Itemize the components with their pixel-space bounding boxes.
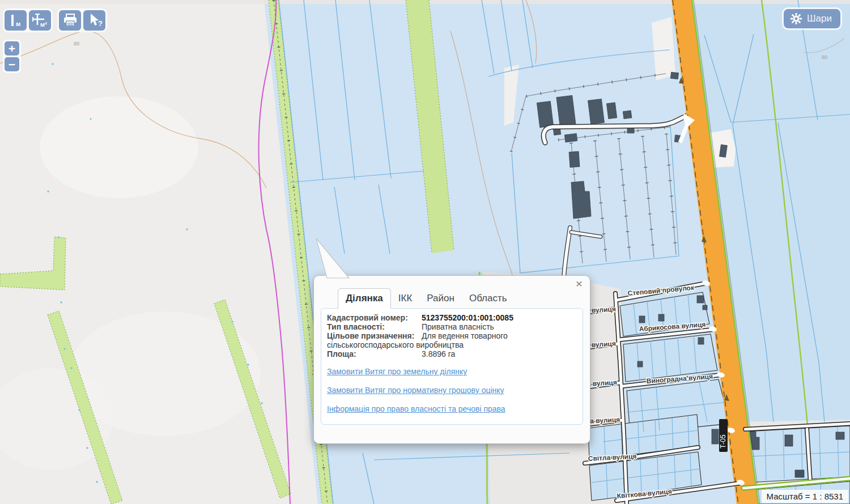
measure-area-button[interactable]: м²	[29, 10, 51, 31]
svg-text:?: ?	[98, 19, 103, 28]
popup-callout-tail	[312, 235, 352, 279]
tab-ikk[interactable]: ІКК	[391, 289, 420, 308]
field-cadastral-number: Кадастровий номер:5123755200:01:001:0085	[327, 313, 577, 322]
field-ownership-type-label: Тип власності:	[327, 322, 422, 331]
contour-label-left: 60	[74, 41, 79, 46]
field-area-label: Площа:	[327, 349, 422, 358]
svg-text:м: м	[16, 20, 20, 27]
measure-length-icon: м	[7, 13, 24, 28]
tab-raion[interactable]: Район	[419, 289, 462, 308]
tab-oblast[interactable]: Область	[462, 289, 515, 308]
road-number-plate: Т-05	[719, 419, 728, 452]
street-label-partial-3: а вулиця	[586, 378, 617, 388]
zoom-control: + −	[3, 40, 21, 73]
contour-label-right: 60	[822, 54, 827, 60]
field-ownership-type-value: Приватна власність	[422, 322, 494, 331]
field-area-value: 3.8896 га	[422, 349, 455, 358]
field-purpose-label: Цільове призначення:	[327, 331, 422, 340]
link-order-monetary-valuation[interactable]: Замовити Витяг про нормативну грошову оц…	[327, 386, 577, 395]
field-purpose: Цільове призначення:Для ведення товарног…	[327, 331, 577, 349]
field-cadastral-number-label: Кадастровий номер:	[327, 313, 422, 322]
parcel-info-popup: × Ділянка ІКК Район Область Кадастровий …	[313, 275, 590, 444]
identify-button[interactable]: ?	[83, 10, 105, 31]
gear-icon	[790, 13, 802, 24]
link-order-extract-parcel[interactable]: Замовити Витяг про земельну ділянку	[327, 367, 577, 376]
parcel-details-panel: Кадастровий номер:5123755200:01:001:0085…	[321, 308, 583, 425]
measure-area-icon: м²	[31, 12, 49, 28]
print-icon	[62, 13, 78, 28]
tab-dilyanka[interactable]: Ділянка	[338, 288, 391, 309]
print-button[interactable]	[59, 10, 81, 31]
street-label-partial-2: вулиця	[591, 340, 616, 349]
identify-cursor-icon: ?	[86, 12, 103, 28]
close-icon[interactable]: ×	[576, 278, 583, 289]
street-label-partial-1: вулиця	[591, 305, 616, 314]
utility-toolbar: ?	[57, 8, 107, 32]
measure-toolbar: м м²	[3, 8, 53, 32]
popup-links: Замовити Витяг про земельну ділянку Замо…	[327, 367, 577, 413]
field-ownership-type: Тип власності:Приватна власність	[327, 322, 577, 331]
zoom-out-button[interactable]: −	[5, 57, 19, 71]
field-area: Площа:3.8896 га	[327, 349, 577, 358]
zoom-in-button[interactable]: +	[5, 41, 19, 55]
popup-tabs: Ділянка ІКК Район Область	[338, 288, 590, 308]
measure-length-button[interactable]: м	[5, 10, 27, 31]
road-number-label: Т-05	[719, 434, 727, 449]
layers-button[interactable]: Шари	[784, 9, 840, 28]
map-stage: Т-05 Степовий провулок Абрикосова вулиця…	[0, 0, 850, 504]
scale-indicator: Масштаб = 1 : 8531	[762, 490, 848, 503]
field-cadastral-number-value: 5123755200:01:001:0085	[422, 313, 513, 322]
link-ownership-info[interactable]: Інформація про право власності та речові…	[327, 404, 577, 413]
svg-text:м²: м²	[40, 21, 47, 28]
layers-button-label: Шари	[807, 13, 832, 24]
